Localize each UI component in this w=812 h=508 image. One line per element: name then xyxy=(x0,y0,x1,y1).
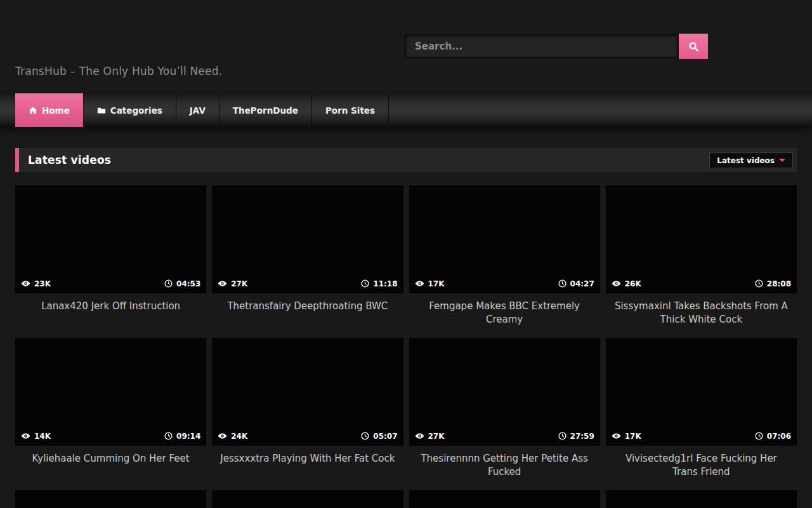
view-count: 14K xyxy=(21,431,51,441)
eye-icon xyxy=(21,431,30,441)
nav-item-label: Categories xyxy=(110,105,162,116)
duration-value: 05:07 xyxy=(373,432,397,441)
video-card[interactable]: 23K04:53Lanax420 Jerk Off Instruction xyxy=(15,185,206,338)
video-stats: 14K09:14 xyxy=(15,427,206,446)
video-thumbnail[interactable]: 27K11:18 xyxy=(212,185,403,293)
search-form xyxy=(405,34,708,59)
video-title: Femgape Makes BBC Extremely Creamy xyxy=(409,293,600,338)
video-title: Thesirennnn Getting Her Petite Ass Fucke… xyxy=(409,446,600,490)
nav-item-label: JAV xyxy=(190,105,206,116)
video-thumbnail[interactable] xyxy=(606,490,797,508)
eye-icon xyxy=(21,279,30,288)
video-card[interactable] xyxy=(212,490,403,508)
duration-value: 04:53 xyxy=(176,279,200,288)
view-count-value: 17K xyxy=(625,432,641,441)
chevron-down-icon xyxy=(779,159,785,162)
site-header: TransHub – The Only Hub You’ll Need. xyxy=(0,0,812,93)
clock-icon xyxy=(361,432,369,440)
video-thumbnail[interactable] xyxy=(15,490,206,508)
duration: 05:07 xyxy=(361,432,397,441)
video-stats: 26K28:08 xyxy=(606,275,797,293)
video-thumbnail[interactable]: 24K05:07 xyxy=(212,338,403,446)
nav-item-home[interactable]: Home xyxy=(15,93,84,127)
nav-item-jav[interactable]: JAV xyxy=(176,93,219,127)
view-count: 27K xyxy=(218,279,247,288)
eye-icon xyxy=(218,279,227,288)
section-header: Latest videos Latest videos xyxy=(15,148,797,172)
video-card[interactable] xyxy=(409,490,600,508)
video-card[interactable] xyxy=(606,490,797,508)
nav-item-label: ThePornDude xyxy=(233,105,298,116)
eye-icon xyxy=(415,279,424,288)
site-title: TransHub – The Only Hub You’ll Need. xyxy=(15,65,222,77)
folder-icon xyxy=(97,106,106,115)
video-thumbnail[interactable]: 17K07:06 xyxy=(606,338,797,446)
video-thumbnail[interactable]: 26K28:08 xyxy=(606,185,797,293)
duration-value: 11:18 xyxy=(373,279,397,288)
duration: 09:14 xyxy=(164,432,200,441)
eye-icon xyxy=(218,431,227,441)
main-nav: HomeCategoriesJAVThePornDudePorn Sites xyxy=(0,93,812,127)
video-card[interactable]: 27K11:18Thetransfairy Deepthroating BWC xyxy=(212,185,403,338)
nav-items: HomeCategoriesJAVThePornDudePorn Sites xyxy=(15,93,812,127)
video-card[interactable]: 24K05:07Jessxxxtra Playing With Her Fat … xyxy=(212,338,403,490)
video-stats: 17K07:06 xyxy=(606,427,797,446)
video-thumbnail[interactable]: 14K09:14 xyxy=(15,338,206,446)
view-count: 17K xyxy=(612,431,641,441)
clock-icon xyxy=(361,279,369,288)
nav-item-categories[interactable]: Categories xyxy=(84,93,176,127)
duration: 04:27 xyxy=(558,279,594,288)
video-thumbnail[interactable]: 27K27:59 xyxy=(409,338,600,446)
duration: 11:18 xyxy=(361,279,397,288)
video-title: Kyliehaale Cumming On Her Feet xyxy=(15,446,206,490)
duration: 27:59 xyxy=(558,432,594,441)
view-count: 24K xyxy=(218,431,247,441)
eye-icon xyxy=(612,431,621,441)
search-button[interactable] xyxy=(679,34,708,59)
view-count: 23K xyxy=(21,279,51,288)
view-count-value: 23K xyxy=(34,279,51,288)
video-title: Sissymaxinl Takes Backshots From A Thick… xyxy=(606,293,797,338)
clock-icon xyxy=(755,279,763,288)
video-thumbnail[interactable]: 23K04:53 xyxy=(15,185,206,293)
video-card[interactable]: 17K04:27Femgape Makes BBC Extremely Crea… xyxy=(409,185,600,338)
video-stats: 27K11:18 xyxy=(212,275,403,293)
video-stats: 24K05:07 xyxy=(212,427,403,446)
nav-item-porn-sites[interactable]: Porn Sites xyxy=(312,93,389,127)
duration-value: 28:08 xyxy=(767,279,791,288)
video-card[interactable]: 26K28:08Sissymaxinl Takes Backshots From… xyxy=(606,185,797,338)
eye-icon xyxy=(612,279,621,288)
video-title: Lanax420 Jerk Off Instruction xyxy=(15,293,206,338)
search-input[interactable] xyxy=(405,34,679,58)
home-icon xyxy=(29,106,37,115)
video-title: Jessxxxtra Playing With Her Fat Cock xyxy=(212,446,403,490)
duration-value: 09:14 xyxy=(176,432,200,441)
video-thumbnail[interactable]: 17K04:27 xyxy=(409,185,600,293)
search-icon xyxy=(688,41,699,52)
view-count-value: 14K xyxy=(34,432,51,441)
nav-item-label: Porn Sites xyxy=(325,105,375,116)
duration: 07:06 xyxy=(755,432,791,441)
video-card[interactable] xyxy=(15,490,206,508)
clock-icon xyxy=(164,279,173,288)
section-accent-bar xyxy=(15,148,19,172)
view-count: 27K xyxy=(415,431,445,441)
video-stats: 27K27:59 xyxy=(409,427,600,446)
view-count-value: 27K xyxy=(231,279,247,288)
view-count: 17K xyxy=(415,279,445,288)
duration: 04:53 xyxy=(164,279,200,288)
view-count: 26K xyxy=(612,279,641,288)
nav-item-label: Home xyxy=(42,105,70,116)
nav-item-theporndude[interactable]: ThePornDude xyxy=(219,93,312,127)
video-stats: 23K04:53 xyxy=(15,275,206,293)
eye-icon xyxy=(415,431,424,441)
video-card[interactable]: 14K09:14Kyliehaale Cumming On Her Feet xyxy=(15,338,206,490)
video-thumbnail[interactable] xyxy=(212,490,403,508)
video-thumbnail[interactable] xyxy=(409,490,600,508)
video-title: Thetransfairy Deepthroating BWC xyxy=(212,293,403,338)
view-count-value: 17K xyxy=(428,279,445,288)
sort-dropdown[interactable]: Latest videos xyxy=(709,152,793,168)
clock-icon xyxy=(558,432,566,440)
video-card[interactable]: 17K07:06Vivisectedg1rl Face Fucking Her … xyxy=(606,338,797,490)
video-card[interactable]: 27K27:59Thesirennnn Getting Her Petite A… xyxy=(409,338,600,490)
